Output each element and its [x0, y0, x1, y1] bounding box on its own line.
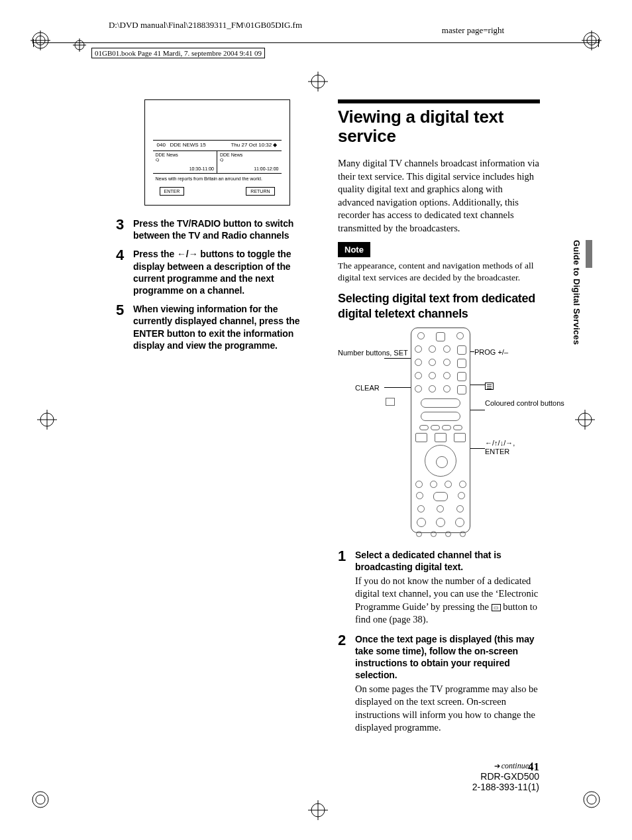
step-head: Once the text page is displayed (this ma…: [355, 633, 540, 682]
ms-ch-name: DDE NEWS 15: [170, 142, 206, 148]
arrow-right-icon: [189, 249, 198, 259]
step-number: 5: [116, 303, 133, 351]
left-column: 040 DDE NEWS 15 Thu 27 Oct 10:32 ◆ DDE N…: [116, 99, 318, 796]
remote-guide-icon: [386, 396, 395, 406]
ms-datetime: Thu 27 Oct 10:32: [231, 142, 272, 148]
crosshair-icon: [308, 72, 328, 91]
crosshair-icon: [575, 410, 595, 430]
heading-h2: Selecting digital text from dedicated di…: [338, 291, 540, 321]
step-head: Select a dedicated channel that is broad…: [355, 549, 540, 573]
reg-mark-icon: [582, 790, 602, 810]
step-desc: If you do not know the number of a dedic…: [355, 575, 540, 627]
guide-icon: ▭: [492, 604, 501, 611]
step-3: 3 Press the TV/RADIO button to switch be…: [116, 217, 318, 241]
heading-h1: Viewing a digital text service: [338, 99, 540, 145]
remote-body: [411, 328, 470, 533]
svg-point-9: [36, 795, 45, 804]
step-head: Press the TV/RADIO button to switch betw…: [133, 217, 318, 241]
note-label: Note: [338, 242, 370, 258]
step-5: 5 When viewing information for the curre…: [116, 303, 318, 351]
step-head-pre: Press the: [133, 249, 177, 259]
step-1: 1 Select a dedicated channel that is bro…: [338, 549, 540, 627]
ms-prog2-time: 11:00-12:00: [254, 166, 278, 172]
svg-point-8: [32, 792, 48, 808]
intro-paragraph: Many digital TV channels broadcast infor…: [338, 157, 540, 235]
section-tab: Guide to Digital Services: [572, 240, 582, 345]
note-text: The appearance, content and navigation m…: [338, 260, 540, 283]
thumb-tab-mark: [586, 240, 592, 268]
step-2: 2 Once the text page is displayed (this …: [338, 633, 540, 735]
reg-mark-icon: [30, 790, 50, 810]
step-head: When viewing information for the current…: [133, 303, 318, 351]
remote-label-numberset: Number buttons, SET: [338, 349, 384, 357]
step-number: 3: [116, 217, 133, 241]
right-column: Viewing a digital text service Many digi…: [338, 99, 540, 796]
ms-prog1-title: DDE News: [156, 152, 215, 158]
crop-rule: 01GB01.book Page 41 Mardi, 7. septembre …: [33, 42, 599, 62]
remote-label-coloured: Coloured control buttons: [485, 399, 531, 408]
svg-point-10: [584, 792, 600, 808]
footer-block: RDR-GXD500 2-188-393-11(1): [472, 771, 539, 792]
remote-label-prog: PROG +/–: [474, 347, 508, 357]
ms-prog2-title: DDE News: [220, 152, 279, 158]
footer-model: RDR-GXD500: [472, 771, 539, 782]
step-head: Press the / buttons to toggle the displa…: [133, 248, 318, 296]
continued-indicator: continued: [494, 761, 533, 771]
step-number: 2: [338, 633, 355, 735]
step-desc: On some pages the TV programme may also …: [355, 683, 540, 735]
epg-miniscreen: 040 DDE NEWS 15 Thu 27 Oct 10:32 ◆ DDE N…: [144, 99, 290, 206]
svg-point-11: [587, 795, 596, 804]
ms-return-button: RETURN: [246, 187, 274, 196]
crosshair-icon: [308, 800, 328, 820]
ms-ch-num: 040: [157, 142, 166, 148]
remote-list-icon: [485, 381, 494, 390]
ms-desc: News with reports from Britain an arroun…: [153, 173, 282, 184]
arrow-left-icon: [177, 249, 186, 259]
header-master: master page=right: [407, 25, 539, 36]
remote-diagram: Number buttons, SET CLEAR PROG +/– Colou…: [338, 328, 540, 540]
remote-label-clear: CLEAR: [355, 383, 380, 393]
ms-prog1-time: 10:30-11:00: [189, 166, 214, 172]
crosshair-icon: [37, 410, 57, 430]
footer-doc: 2-188-393-11(1): [472, 782, 539, 792]
remote-label-enter: ←/↑/↓/→,ENTER: [485, 439, 538, 456]
header-path: D:\DVD manual\Final\218839311_FM\01GB05D…: [106, 20, 305, 31]
ms-enter-button: ENTER: [160, 187, 185, 196]
step-4: 4 Press the / buttons to toggle the disp…: [116, 248, 318, 296]
step-number: 4: [116, 248, 133, 296]
step-number: 1: [338, 549, 355, 627]
crop-text: 01GB01.book Page 41 Mardi, 7. septembre …: [91, 48, 265, 58]
